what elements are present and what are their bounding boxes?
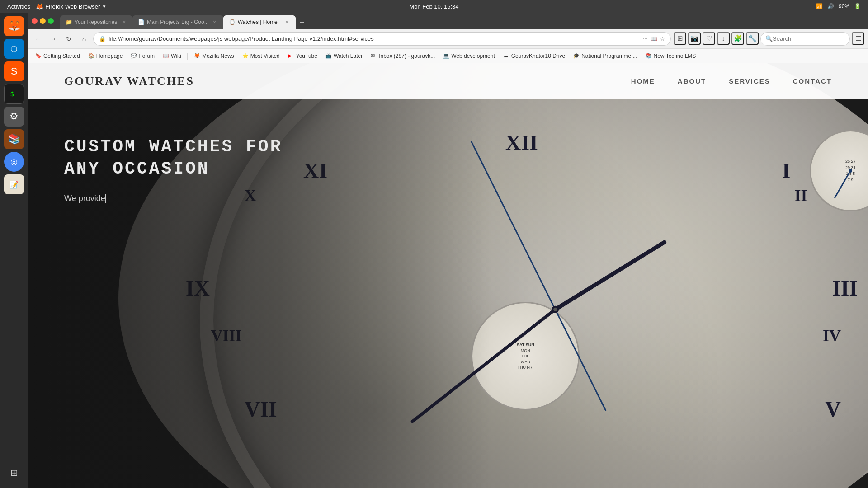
- bookmark-save-button[interactable]: ♡: [703, 32, 715, 45]
- tab-watches-favicon: ⌚: [229, 19, 235, 25]
- search-bar-area: 🔍: [760, 32, 850, 46]
- os-topbar-left: Activities 🦊 Firefox Web Browser ▼: [7, 3, 106, 10]
- tab-main-close[interactable]: ✕: [212, 19, 218, 25]
- nav-right-icons: ⊞ 📷 ♡ ↓ 🧩 🔧 🔍 ☰: [674, 32, 864, 46]
- bookmark-watch-later[interactable]: 📺 Watch Later: [322, 51, 366, 61]
- nav-link-contact[interactable]: CONTACT: [793, 77, 832, 85]
- bookmark-forum[interactable]: 💬 Forum: [127, 51, 158, 61]
- bookmark-homepage-label: Homepage: [96, 53, 123, 59]
- hero-section: XII III IX XI I X II VII V IV VIII SAT S…: [28, 63, 868, 488]
- bookmark-lms[interactable]: 📚 New Techno LMS: [642, 51, 700, 61]
- bookmark-web-dev[interactable]: 💻 Web development: [439, 51, 499, 61]
- bookmark-mozilla-news-icon: 🦊: [194, 53, 200, 59]
- application-sidebar: 🦊 ⬡ S $_ ⚙ 📚 ◎ 📝 ⊞: [0, 13, 28, 488]
- bookmark-web-dev-icon: 💻: [443, 53, 449, 59]
- window-close-button[interactable]: [32, 18, 38, 24]
- os-topbar-datetime: Mon Feb 10, 15:34: [409, 3, 458, 10]
- bookmark-watch-later-label: Watch Later: [334, 53, 363, 59]
- os-topbar-right: 📶 🔊 90% 🔋: [816, 3, 861, 9]
- bookmark-youtube-label: YouTube: [296, 53, 317, 59]
- window-maximize-button[interactable]: [48, 18, 54, 24]
- address-bar[interactable]: 🔒 file:///home/gourav/Documents/webpages…: [93, 32, 671, 46]
- browser-navbar: ← → ↻ ⌂ 🔒 file:///home/gourav/Documents/…: [28, 29, 868, 49]
- lock-icon: 🔒: [99, 36, 106, 42]
- bookmark-most-visited-label: Most Visited: [250, 53, 280, 59]
- bookmark-national-prog[interactable]: 🎓 National Programme ...: [570, 51, 641, 61]
- battery-icon: 🔋: [854, 3, 861, 9]
- search-input[interactable]: [773, 35, 845, 42]
- tab-repos[interactable]: 📁 Your Repositories ✕: [60, 15, 132, 29]
- sidebar-icon-firefox[interactable]: 🦊: [4, 16, 24, 36]
- sidebar-icon-terminal[interactable]: $_: [4, 84, 24, 104]
- tab-repos-label: Your Repositories: [75, 19, 117, 25]
- tab-watches-label: Watches | Home: [238, 19, 278, 25]
- wifi-icon: 📶: [816, 3, 823, 9]
- activities-label[interactable]: Activities: [7, 3, 30, 10]
- browser-window: 📁 Your Repositories ✕ 📄 Main Projects Bi…: [28, 13, 868, 488]
- sidebar-apps-grid[interactable]: ⊞: [4, 463, 24, 483]
- tab-main[interactable]: 📄 Main Projects Big - Goo... ✕: [132, 15, 223, 29]
- nav-link-home[interactable]: HOME: [631, 77, 655, 85]
- tab-repos-close[interactable]: ✕: [121, 19, 127, 25]
- bookmark-forum-label: Forum: [139, 53, 155, 59]
- bookmark-wiki-icon: 📖: [163, 53, 169, 59]
- reader-icon[interactable]: 📖: [651, 36, 657, 42]
- tab-main-label: Main Projects Big - Goo...: [147, 19, 209, 25]
- home-button[interactable]: ⌂: [78, 33, 90, 45]
- bookmark-national-prog-label: National Programme ...: [581, 53, 637, 59]
- tab-main-favicon: 📄: [138, 19, 144, 25]
- screenshot-button[interactable]: 📷: [688, 32, 701, 45]
- bookmark-homepage-icon: 🏠: [88, 53, 94, 59]
- dev-tools-button[interactable]: 🔧: [746, 32, 759, 45]
- bookmark-drive[interactable]: ☁ GouravKhator10 Drive: [500, 51, 569, 61]
- reload-button[interactable]: ↻: [62, 33, 75, 45]
- bookmarks-bar: 🔖 Getting Started 🏠 Homepage 💬 Forum 📖 W…: [28, 49, 868, 63]
- bookmark-getting-started-label: Getting Started: [43, 53, 80, 59]
- menu-button[interactable]: ☰: [852, 32, 864, 45]
- bookmark-lms-icon: 📚: [646, 53, 652, 59]
- sidebar-icon-settings[interactable]: ⚙: [4, 107, 24, 127]
- bookmark-getting-started-icon: 🔖: [35, 53, 42, 59]
- sidebar-icon-archive[interactable]: 📚: [4, 129, 24, 149]
- bookmark-web-dev-label: Web development: [451, 53, 495, 59]
- hero-overlay: [28, 63, 868, 488]
- back-button[interactable]: ←: [32, 33, 44, 45]
- hero-content: CUSTOM WATCHES FOR ANY OCCASION We provi…: [64, 136, 282, 203]
- bookmark-most-visited[interactable]: ⭐ Most Visited: [239, 51, 283, 61]
- address-menu-icon[interactable]: ⋯: [642, 36, 648, 42]
- new-tab-button[interactable]: +: [296, 16, 308, 29]
- nav-link-services[interactable]: SERVICES: [729, 77, 770, 85]
- sound-icon: 🔊: [827, 3, 834, 9]
- bookmark-wiki[interactable]: 📖 Wiki: [159, 51, 185, 61]
- extension-button[interactable]: 🧩: [731, 32, 744, 45]
- bookmark-mozilla-news[interactable]: 🦊 Mozilla News: [190, 51, 238, 61]
- bookmark-inbox[interactable]: ✉ Inbox (287) - gouravk...: [367, 51, 439, 61]
- hero-title: CUSTOM WATCHES FOR ANY OCCASION: [64, 136, 282, 180]
- bookmark-national-prog-icon: 🎓: [573, 53, 580, 59]
- sidebar-icon-vscode[interactable]: ⬡: [4, 39, 24, 59]
- bookmark-drive-label: GouravKhator10 Drive: [511, 53, 565, 59]
- sidebar-icon-notes[interactable]: 📝: [4, 174, 24, 194]
- bookmark-homepage[interactable]: 🏠 Homepage: [85, 51, 127, 61]
- tab-watches-close[interactable]: ✕: [284, 19, 290, 25]
- window-minimize-button[interactable]: [40, 18, 46, 24]
- hero-subtitle: We provide: [64, 194, 282, 203]
- bookmark-inbox-label: Inbox (287) - gouravk...: [379, 53, 435, 59]
- bookmark-star-icon[interactable]: ☆: [660, 36, 665, 42]
- firefox-label[interactable]: 🦊 Firefox Web Browser ▼: [36, 3, 106, 10]
- sidebar-icon-chromium[interactable]: ◎: [4, 152, 24, 172]
- site-navigation: GOURAV WATCHES HOME ABOUT SERVICES CONTA…: [28, 63, 868, 99]
- nav-link-about[interactable]: ABOUT: [678, 77, 706, 85]
- forward-button[interactable]: →: [47, 33, 60, 45]
- bookmark-getting-started[interactable]: 🔖 Getting Started: [32, 51, 84, 61]
- tab-repos-favicon: 📁: [66, 19, 72, 25]
- containers-button[interactable]: ⊞: [674, 32, 686, 45]
- download-button[interactable]: ↓: [717, 32, 730, 45]
- bookmark-youtube[interactable]: ▶ YouTube: [284, 51, 321, 61]
- site-logo[interactable]: GOURAV WATCHES: [64, 75, 194, 88]
- search-icon: 🔍: [765, 35, 773, 42]
- sidebar-bottom: ⊞: [4, 463, 24, 488]
- sidebar-icon-sublime[interactable]: S: [4, 61, 24, 81]
- bookmark-most-visited-icon: ⭐: [242, 53, 249, 59]
- tab-watches[interactable]: ⌚ Watches | Home ✕: [223, 15, 296, 29]
